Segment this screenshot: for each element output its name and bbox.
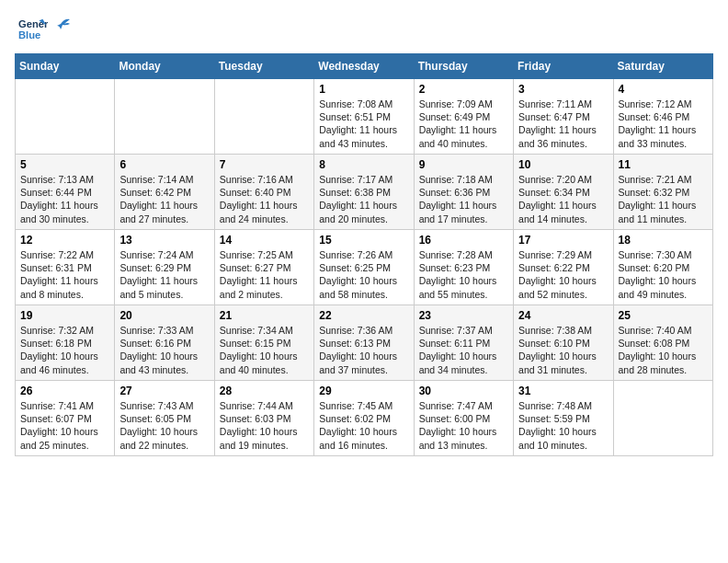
cell-info: Daylight: 10 hours bbox=[619, 350, 708, 362]
cell-info: Sunset: 6:47 PM bbox=[518, 110, 608, 123]
calendar-cell: 5Sunrise: 7:13 AMSunset: 6:44 PMDaylight… bbox=[16, 155, 115, 230]
cell-info: Sunrise: 7:38 AM bbox=[518, 324, 608, 337]
cell-info: Daylight: 10 hours bbox=[619, 274, 708, 287]
cell-info: Sunrise: 7:14 AM bbox=[119, 173, 209, 186]
cell-info: Sunset: 6:34 PM bbox=[518, 186, 608, 199]
cell-info: and 8 minutes. bbox=[20, 288, 109, 301]
day-number: 22 bbox=[319, 309, 408, 322]
cell-info: Sunrise: 7:21 AM bbox=[619, 173, 708, 186]
cell-info: Sunrise: 7:41 AM bbox=[20, 399, 109, 412]
cell-info: Daylight: 10 hours bbox=[119, 425, 209, 438]
cell-info: Sunset: 6:40 PM bbox=[220, 186, 309, 199]
day-number: 20 bbox=[119, 309, 209, 322]
cell-info: and 37 minutes. bbox=[319, 363, 408, 376]
cell-info: Sunset: 6:44 PM bbox=[20, 186, 109, 199]
day-number: 9 bbox=[419, 158, 508, 171]
cell-info: Daylight: 10 hours bbox=[319, 350, 408, 362]
cell-info: and 13 minutes. bbox=[419, 439, 508, 452]
cell-info: Sunrise: 7:44 AM bbox=[220, 399, 309, 412]
calendar-cell: 29Sunrise: 7:45 AMSunset: 6:02 PMDayligh… bbox=[314, 381, 414, 456]
calendar-cell: 25Sunrise: 7:40 AMSunset: 6:08 PMDayligh… bbox=[613, 305, 712, 381]
cell-info: and 25 minutes. bbox=[20, 439, 109, 452]
calendar-cell: 24Sunrise: 7:38 AMSunset: 6:10 PMDayligh… bbox=[514, 305, 613, 381]
cell-info: Daylight: 10 hours bbox=[20, 350, 109, 362]
cell-info: and 34 minutes. bbox=[419, 363, 508, 376]
day-number: 15 bbox=[319, 234, 408, 247]
calendar-cell: 8Sunrise: 7:17 AMSunset: 6:38 PMDaylight… bbox=[314, 155, 414, 230]
calendar-cell: 20Sunrise: 7:33 AMSunset: 6:16 PMDayligh… bbox=[115, 305, 214, 381]
cell-info: and 27 minutes. bbox=[119, 213, 209, 225]
cell-info: Sunrise: 7:43 AM bbox=[119, 399, 209, 412]
day-number: 16 bbox=[419, 234, 508, 247]
calendar-cell: 15Sunrise: 7:26 AMSunset: 6:25 PMDayligh… bbox=[314, 230, 414, 305]
cell-info: Daylight: 10 hours bbox=[319, 274, 408, 287]
cell-info: Sunset: 6:20 PM bbox=[619, 261, 708, 274]
weekday-header-row: SundayMondayTuesdayWednesdayThursdayFrid… bbox=[16, 54, 713, 79]
cell-info: and 46 minutes. bbox=[20, 363, 109, 376]
cell-info: Sunset: 6:07 PM bbox=[20, 412, 109, 425]
cell-info: and 58 minutes. bbox=[319, 288, 408, 301]
cell-info: Daylight: 11 hours bbox=[518, 199, 608, 212]
cell-info: Daylight: 11 hours bbox=[419, 199, 508, 212]
cell-info: Sunrise: 7:22 AM bbox=[20, 248, 109, 261]
calendar-cell: 3Sunrise: 7:11 AMSunset: 6:47 PMDaylight… bbox=[514, 79, 613, 155]
cell-info: Sunset: 6:51 PM bbox=[319, 110, 408, 123]
day-number: 17 bbox=[518, 234, 608, 247]
cell-info: and 14 minutes. bbox=[518, 213, 608, 225]
day-number: 10 bbox=[518, 158, 608, 171]
cell-info: Sunrise: 7:29 AM bbox=[518, 248, 608, 261]
cell-info: Daylight: 10 hours bbox=[220, 350, 309, 362]
day-number: 24 bbox=[518, 309, 608, 322]
cell-info: Daylight: 10 hours bbox=[518, 350, 608, 362]
calendar-cell: 17Sunrise: 7:29 AMSunset: 6:22 PMDayligh… bbox=[514, 230, 613, 305]
cell-info: Sunrise: 7:30 AM bbox=[619, 248, 708, 261]
weekday-header-monday: Monday bbox=[115, 54, 214, 79]
cell-info: Sunset: 6:18 PM bbox=[20, 337, 109, 350]
cell-info: Sunset: 6:13 PM bbox=[319, 337, 408, 350]
cell-info: and 43 minutes. bbox=[119, 363, 209, 376]
cell-info: Sunrise: 7:12 AM bbox=[619, 98, 708, 110]
cell-info: Sunrise: 7:24 AM bbox=[119, 248, 209, 261]
calendar-cell: 31Sunrise: 7:48 AMSunset: 5:59 PMDayligh… bbox=[514, 381, 613, 456]
calendar-cell: 21Sunrise: 7:34 AMSunset: 6:15 PMDayligh… bbox=[214, 305, 313, 381]
cell-info: Sunset: 6:05 PM bbox=[119, 412, 209, 425]
cell-info: Sunset: 6:10 PM bbox=[518, 337, 608, 350]
cell-info: Daylight: 11 hours bbox=[319, 199, 408, 212]
cell-info: Daylight: 10 hours bbox=[518, 425, 608, 438]
cell-info: and 19 minutes. bbox=[220, 439, 309, 452]
cell-info: Sunrise: 7:45 AM bbox=[319, 399, 408, 412]
day-number: 2 bbox=[419, 83, 508, 96]
cell-info: and 11 minutes. bbox=[619, 213, 708, 225]
day-number: 5 bbox=[20, 158, 109, 171]
cell-info: Daylight: 11 hours bbox=[220, 274, 309, 287]
cell-info: Daylight: 11 hours bbox=[518, 123, 608, 136]
cell-info: and 2 minutes. bbox=[220, 288, 309, 301]
cell-info: Daylight: 11 hours bbox=[20, 274, 109, 287]
cell-info: and 20 minutes. bbox=[319, 213, 408, 225]
calendar-cell: 28Sunrise: 7:44 AMSunset: 6:03 PMDayligh… bbox=[214, 381, 313, 456]
day-number: 21 bbox=[220, 309, 309, 322]
calendar-cell: 16Sunrise: 7:28 AMSunset: 6:23 PMDayligh… bbox=[414, 230, 513, 305]
cell-info: Daylight: 11 hours bbox=[619, 123, 708, 136]
weekday-header-friday: Friday bbox=[514, 54, 613, 79]
cell-info: and 40 minutes. bbox=[220, 363, 309, 376]
cell-info: and 40 minutes. bbox=[419, 137, 508, 150]
cell-info: Sunrise: 7:26 AM bbox=[319, 248, 408, 261]
cell-info: Sunrise: 7:11 AM bbox=[518, 98, 608, 110]
cell-info: Daylight: 10 hours bbox=[119, 350, 209, 362]
cell-info: Daylight: 10 hours bbox=[20, 425, 109, 438]
day-number: 27 bbox=[119, 385, 209, 397]
cell-info: Sunset: 6:15 PM bbox=[220, 337, 309, 350]
cell-info: and 30 minutes. bbox=[20, 213, 109, 225]
day-number: 4 bbox=[619, 83, 708, 96]
calendar-cell bbox=[16, 79, 115, 155]
cell-info: and 28 minutes. bbox=[619, 363, 708, 376]
cell-info: Sunrise: 7:08 AM bbox=[319, 98, 408, 110]
day-number: 1 bbox=[319, 83, 408, 96]
page-header: General Blue bbox=[15, 15, 713, 44]
cell-info: Sunrise: 7:13 AM bbox=[20, 173, 109, 186]
calendar-cell: 10Sunrise: 7:20 AMSunset: 6:34 PMDayligh… bbox=[514, 155, 613, 230]
cell-info: Sunset: 6:11 PM bbox=[419, 337, 508, 350]
calendar-cell: 7Sunrise: 7:16 AMSunset: 6:40 PMDaylight… bbox=[214, 155, 313, 230]
cell-info: Daylight: 10 hours bbox=[419, 274, 508, 287]
